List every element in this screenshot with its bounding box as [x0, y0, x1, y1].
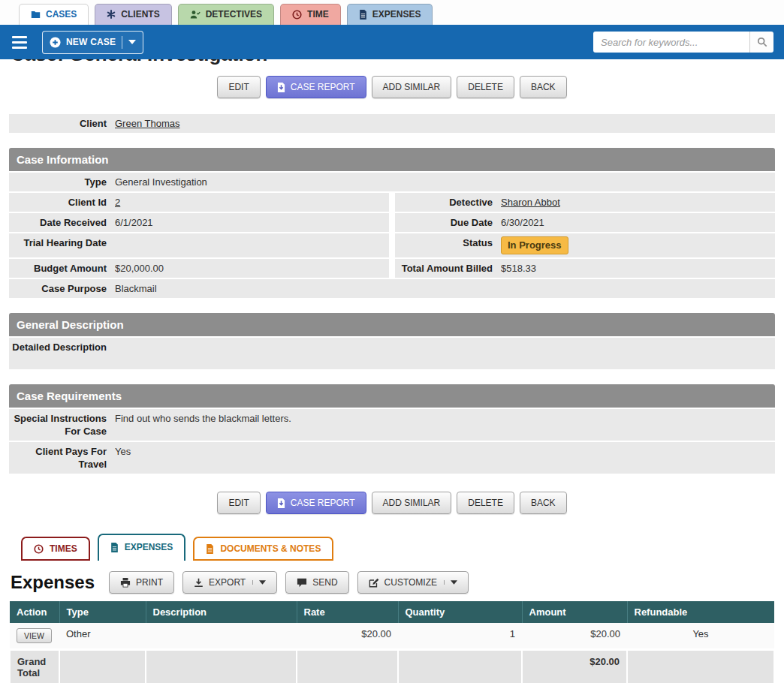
person-check-icon: [190, 10, 201, 20]
expenses-title: Expenses: [11, 572, 95, 593]
tab-expenses-detail[interactable]: EXPENSES: [98, 534, 186, 561]
clientid-detective-row: Client Id 2 Detective Sharon Abbot: [9, 193, 775, 212]
expense-description: [146, 623, 297, 650]
expense-rate: $20.00: [297, 623, 398, 650]
tab-documents-notes-label: DOCUMENTS & NOTES: [220, 543, 321, 554]
delete-button[interactable]: DELETE: [457, 76, 514, 98]
tab-documents-notes[interactable]: DOCUMENTS & NOTES: [193, 537, 333, 561]
tab-clients[interactable]: CLIENTS: [95, 4, 171, 25]
page-title-clipped: Case: General Investigation: [11, 59, 775, 66]
expenses-header: Expenses PRINT EXPORT SEND: [11, 571, 775, 594]
tab-times-label: TIMES: [50, 543, 77, 554]
col-description: Description: [146, 601, 297, 623]
expense-row: VIEW Other $20.00 1 $20.00 Yes: [10, 623, 774, 650]
client-link[interactable]: Green Thomas: [115, 118, 179, 129]
detailed-description-value: [107, 341, 775, 366]
new-case-button[interactable]: NEW CASE: [42, 31, 143, 54]
search-input[interactable]: [593, 32, 749, 53]
plus-circle-icon: [50, 37, 61, 48]
edit-button[interactable]: EDIT: [217, 76, 260, 98]
clock-icon: [292, 10, 302, 20]
tab-cases[interactable]: CASES: [19, 4, 89, 25]
special-instructions-value: Find out who sends the blackmail letters…: [107, 412, 775, 425]
case-report-button[interactable]: CASE REPORT: [266, 76, 366, 98]
customize-dropdown-caret[interactable]: [444, 580, 457, 585]
page-title: Case: General Investigation: [11, 59, 775, 66]
detail-tab-bar: TIMES EXPENSES DOCUMENTS & NOTES: [21, 534, 775, 561]
expense-refundable: Yes: [627, 623, 774, 650]
tab-time[interactable]: TIME: [280, 4, 341, 25]
detailed-description-row: Detailed Description: [9, 338, 775, 369]
tab-expenses[interactable]: EXPENSES: [347, 4, 433, 25]
customize-button[interactable]: CUSTOMIZE: [357, 571, 469, 594]
status-badge: In Progress: [501, 236, 568, 254]
col-quantity: Quantity: [398, 601, 522, 623]
status-label: Status: [395, 236, 493, 249]
col-action: Action: [10, 601, 59, 623]
tab-cases-label: CASES: [46, 9, 77, 20]
search-bar: [593, 32, 773, 53]
grand-total-row: Grand Total $20.00: [10, 650, 774, 683]
menu-icon[interactable]: [11, 33, 29, 52]
client-id-label: Client Id: [9, 196, 107, 209]
col-type: Type: [59, 601, 146, 623]
search-button[interactable]: [749, 32, 773, 53]
grand-total-label: Grand Total: [10, 650, 59, 683]
case-purpose-row: Case Purpose Blackmail: [9, 279, 775, 298]
general-description-header: General Description: [9, 313, 775, 336]
due-date-label: Due Date: [395, 216, 493, 229]
detective-link[interactable]: Sharon Abbot: [501, 197, 560, 208]
add-similar-button[interactable]: ADD SIMILAR: [372, 76, 452, 98]
tab-detectives-label: DETECTIVES: [206, 9, 262, 20]
speech-bubble-icon: [297, 578, 307, 588]
type-value: General Investigation: [107, 176, 775, 188]
budget-amount-value: $20,000.00: [107, 262, 389, 275]
expense-type: Other: [59, 623, 146, 650]
export-dropdown-caret[interactable]: [252, 580, 266, 585]
app-tab-bar: CASES CLIENTS DETECTIVES TIME EXPENSES: [0, 0, 784, 25]
tab-clients-label: CLIENTS: [121, 9, 159, 20]
case-requirements-header: Case Requirements: [9, 384, 775, 408]
col-rate: Rate: [297, 601, 398, 623]
client-pays-travel-value: Yes: [107, 445, 775, 458]
type-label: Type: [9, 176, 107, 188]
client-pays-travel-row: Client Pays For Travel Yes: [9, 442, 775, 474]
print-button[interactable]: PRINT: [109, 571, 174, 594]
chevron-down-icon[interactable]: [128, 40, 136, 44]
total-billed-value: $518.33: [493, 262, 775, 275]
total-billed-label: Total Amount Billed: [395, 262, 493, 275]
special-instructions-label: Special Instructions For Case: [9, 412, 107, 438]
send-button[interactable]: SEND: [285, 571, 348, 594]
dates-row: Date Received 6/1/2021 Due Date 6/30/202…: [9, 213, 775, 232]
delete-button[interactable]: DELETE: [457, 492, 514, 514]
document-icon: [110, 543, 119, 552]
back-button[interactable]: BACK: [520, 492, 567, 514]
expense-quantity: 1: [398, 623, 522, 650]
client-row: Client Green Thomas: [9, 114, 775, 133]
client-pays-travel-label: Client Pays For Travel: [9, 445, 107, 471]
action-button-row-top: EDIT CASE REPORT ADD SIMILAR DELETE BACK: [9, 76, 775, 98]
report-download-icon: [277, 498, 285, 508]
client-id-link[interactable]: 2: [115, 197, 120, 208]
edit-button[interactable]: EDIT: [217, 492, 260, 514]
document-icon: [359, 10, 367, 20]
case-report-button[interactable]: CASE REPORT: [266, 492, 366, 514]
tab-detectives[interactable]: DETECTIVES: [178, 4, 274, 25]
client-label: Client: [9, 117, 107, 130]
report-download-icon: [277, 83, 285, 92]
type-row: Type General Investigation: [9, 173, 775, 191]
trial-hearing-value: [107, 236, 389, 249]
add-similar-button[interactable]: ADD SIMILAR: [372, 492, 452, 514]
expenses-table-header-row: Action Type Description Rate Quantity Am…: [10, 601, 774, 623]
asterisk-icon: [107, 10, 116, 19]
export-button[interactable]: EXPORT: [182, 571, 277, 594]
budget-billed-row: Budget Amount $20,000.00 Total Amount Bi…: [9, 259, 775, 278]
back-button[interactable]: BACK: [520, 76, 567, 98]
detailed-description-label: Detailed Description: [9, 341, 107, 354]
special-instructions-row: Special Instructions For Case Find out w…: [9, 409, 775, 441]
tab-times[interactable]: TIMES: [21, 537, 90, 561]
divider: [122, 36, 122, 49]
view-button[interactable]: VIEW: [17, 628, 52, 643]
case-purpose-value: Blackmail: [107, 282, 775, 295]
budget-amount-label: Budget Amount: [9, 262, 107, 275]
